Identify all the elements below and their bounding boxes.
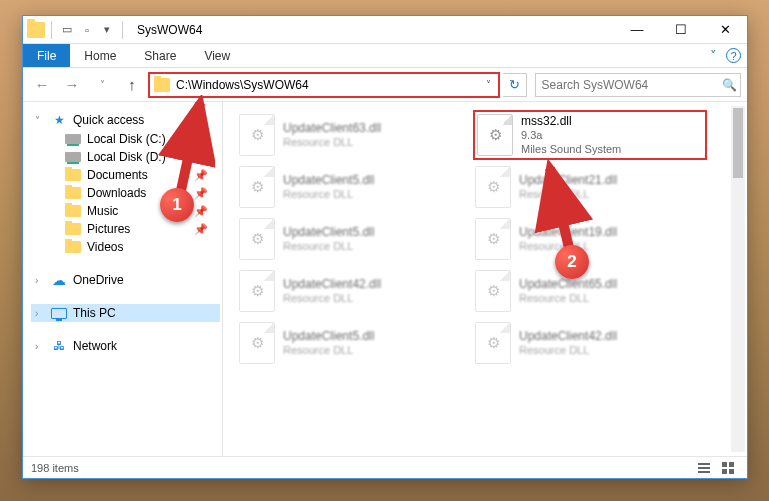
quick-access-label: Quick access (73, 113, 144, 127)
separator (51, 21, 52, 39)
dll-file-icon: ⚙ (239, 322, 275, 364)
sidebar-item-local-disk-c[interactable]: Local Disk (C:)📌 (31, 130, 220, 148)
item-count: 198 items (31, 462, 79, 474)
folder-icon (65, 241, 81, 253)
drive-icon (65, 152, 81, 162)
dll-file-icon: ⚙ (239, 270, 275, 312)
file-tab[interactable]: File (23, 44, 70, 67)
back-button[interactable]: ← (29, 72, 55, 98)
window-controls: — ☐ ✕ (615, 16, 747, 44)
file-tile[interactable]: ⚙UpdateClient19.dllResource DLL (475, 216, 695, 262)
file-tile[interactable]: ⚙UpdateClient42.dllResource DLL (239, 268, 459, 314)
refresh-button[interactable]: ↻ (503, 73, 527, 97)
svg-rect-6 (729, 469, 734, 474)
pin-icon: 📌 (194, 223, 208, 236)
sidebar-item-music[interactable]: Music📌 (31, 202, 220, 220)
quick-access-header[interactable]: ˅ ★ Quick access (31, 110, 220, 130)
maximize-button[interactable]: ☐ (659, 16, 703, 44)
file-version: 9.3a (521, 129, 621, 143)
network-header[interactable]: › 🖧 Network (31, 336, 220, 356)
body: ˅ ★ Quick access Local Disk (C:)📌 Local … (23, 102, 747, 456)
search-input[interactable] (536, 78, 718, 92)
gear-icon: ⚙ (251, 178, 264, 196)
close-button[interactable]: ✕ (703, 16, 747, 44)
address-dropdown-icon[interactable]: ˅ (480, 79, 498, 90)
address-bar[interactable]: C:\Windows\SysWOW64 ˅ (149, 73, 499, 97)
sidebar-item-documents[interactable]: Documents📌 (31, 166, 220, 184)
dll-file-icon: ⚙ (475, 270, 511, 312)
folder-icon (27, 22, 45, 38)
pin-icon: 📌 (194, 169, 208, 182)
file-tile[interactable]: ⚙UpdateClient42.dllResource DLL (475, 320, 695, 366)
quick-access-toolbar: ▭ ▫ ▾ (23, 21, 127, 39)
folder-icon (65, 169, 81, 181)
file-tile[interactable]: ⚙UpdateClient65.dllResource DLL (475, 268, 695, 314)
minimize-button[interactable]: — (615, 16, 659, 44)
scrollbar-thumb[interactable] (733, 108, 743, 178)
chevron-right-icon[interactable]: › (35, 308, 45, 319)
svg-rect-1 (698, 467, 710, 469)
separator (122, 21, 123, 39)
svg-rect-4 (729, 462, 734, 467)
svg-rect-2 (698, 471, 710, 473)
chevron-right-icon[interactable]: › (35, 341, 45, 352)
sidebar-item-downloads[interactable]: Downloads📌 (31, 184, 220, 202)
properties-icon[interactable]: ▭ (58, 21, 76, 39)
search-icon[interactable]: 🔍 (718, 78, 740, 92)
monitor-icon (51, 308, 67, 319)
up-button[interactable]: ↑ (119, 72, 145, 98)
tab-view[interactable]: View (190, 44, 244, 67)
sidebar-item-videos[interactable]: Videos (31, 238, 220, 256)
dll-file-icon: ⚙ (475, 218, 511, 260)
drive-icon (65, 134, 81, 144)
file-tile[interactable]: ⚙UpdateClient5.dllResource DLL (239, 320, 459, 366)
gear-icon: ⚙ (487, 282, 500, 300)
dll-file-icon: ⚙ (239, 166, 275, 208)
details-view-button[interactable] (693, 459, 715, 477)
qat-customize-icon[interactable]: ▾ (98, 21, 116, 39)
file-tile-highlighted[interactable]: ⚙ mss32.dll 9.3a Miles Sound System (475, 112, 705, 158)
sidebar-item-local-disk-d[interactable]: Local Disk (D:)📌 (31, 148, 220, 166)
gear-icon: ⚙ (251, 282, 264, 300)
window-title: SysWOW64 (137, 23, 202, 37)
file-list[interactable]: ⚙ UpdateClient63.dllResource DLL ⚙ mss32… (223, 102, 747, 456)
svg-rect-0 (698, 463, 710, 465)
chevron-down-icon[interactable]: ˅ (35, 115, 45, 126)
search-box[interactable]: 🔍 (535, 73, 741, 97)
ribbon: File Home Share View ˅ ? (23, 44, 747, 68)
dll-file-icon: ⚙ (477, 114, 513, 156)
titlebar: ▭ ▫ ▾ SysWOW64 — ☐ ✕ (23, 16, 747, 44)
tab-home[interactable]: Home (70, 44, 130, 67)
folder-icon (65, 205, 81, 217)
svg-rect-5 (722, 469, 727, 474)
dll-file-icon: ⚙ (239, 114, 275, 156)
chevron-right-icon[interactable]: › (35, 275, 45, 286)
status-bar: 198 items (23, 456, 747, 478)
address-path[interactable]: C:\Windows\SysWOW64 (174, 78, 480, 92)
tiles-view-button[interactable] (717, 459, 739, 477)
svg-rect-3 (722, 462, 727, 467)
file-tile[interactable]: ⚙UpdateClient21.dllResource DLL (475, 164, 695, 210)
navigation-row: ← → ˅ ↑ C:\Windows\SysWOW64 ˅ ↻ 🔍 (23, 68, 747, 102)
pin-icon: 📌 (194, 151, 208, 164)
tab-share[interactable]: Share (130, 44, 190, 67)
onedrive-header[interactable]: › ☁ OneDrive (31, 270, 220, 290)
ribbon-expand-icon[interactable]: ˅ (700, 44, 726, 68)
this-pc-header[interactable]: › This PC (31, 304, 220, 322)
navigation-pane: ˅ ★ Quick access Local Disk (C:)📌 Local … (23, 102, 223, 456)
file-tile[interactable]: ⚙ UpdateClient63.dllResource DLL (239, 112, 459, 158)
dll-file-icon: ⚙ (475, 166, 511, 208)
gear-icon: ⚙ (487, 230, 500, 248)
new-folder-icon[interactable]: ▫ (78, 21, 96, 39)
forward-button[interactable]: → (59, 72, 85, 98)
file-description: Miles Sound System (521, 143, 621, 157)
file-tile[interactable]: ⚙UpdateClient5.dllResource DLL (239, 216, 459, 262)
dll-file-icon: ⚙ (239, 218, 275, 260)
sidebar-item-pictures[interactable]: Pictures📌 (31, 220, 220, 238)
file-tile[interactable]: ⚙UpdateClient5.dllResource DLL (239, 164, 459, 210)
help-icon[interactable]: ? (726, 48, 741, 63)
file-name: mss32.dll (521, 114, 621, 129)
scrollbar[interactable] (731, 106, 745, 452)
history-dropdown-icon[interactable]: ˅ (89, 72, 115, 98)
network-icon: 🖧 (51, 338, 67, 354)
